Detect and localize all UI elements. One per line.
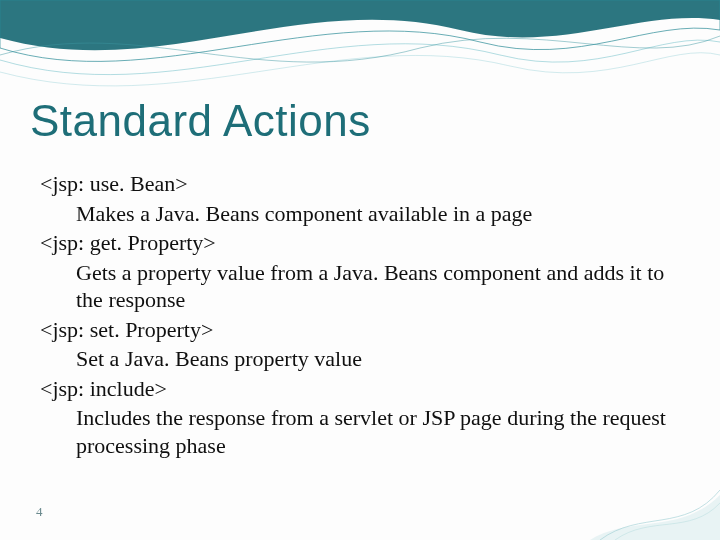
action-tag: <jsp: use. Bean> [40, 170, 680, 198]
page-number: 4 [36, 504, 43, 520]
action-desc: Makes a Java. Beans component available … [76, 200, 680, 228]
action-tag: <jsp: set. Property> [40, 316, 680, 344]
action-tag: <jsp: include> [40, 375, 680, 403]
slide-body: <jsp: use. Bean> Makes a Java. Beans com… [40, 168, 680, 461]
action-desc: Set a Java. Beans property value [76, 345, 680, 373]
slide: Standard Actions <jsp: use. Bean> Makes … [0, 0, 720, 540]
slide-title: Standard Actions [30, 96, 371, 146]
action-desc: Includes the response from a servlet or … [76, 404, 680, 459]
decorative-corner-bottom-right [590, 485, 720, 540]
action-desc: Gets a property value from a Java. Beans… [76, 259, 680, 314]
action-tag: <jsp: get. Property> [40, 229, 680, 257]
